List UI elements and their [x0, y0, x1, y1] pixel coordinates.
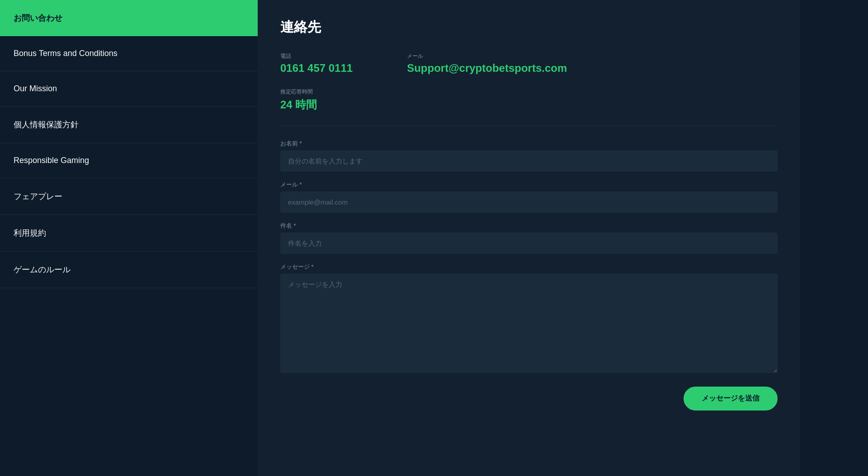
message-label: メッセージ * [280, 263, 778, 271]
phone-label: 電話 [280, 52, 353, 60]
hours-section: 推定応答時間 24 時間 [280, 88, 778, 112]
subject-label: 件名 * [280, 222, 778, 230]
subject-input[interactable] [280, 233, 778, 254]
sidebar-item-privacy-policy[interactable]: 個人情報保護方針 [0, 107, 258, 143]
email-value: Support@cryptobetsports.com [407, 62, 567, 75]
page-title: 連絡先 [280, 18, 778, 37]
sidebar-item-terms[interactable]: 利用規約 [0, 215, 258, 252]
main-content: 連絡先 電話 0161 457 0111 メール Support@cryptob… [258, 0, 800, 476]
subject-field-group: 件名 * [280, 222, 778, 254]
phone-value: 0161 457 0111 [280, 62, 353, 75]
email-field-group: メール * [280, 181, 778, 213]
message-field-group: メッセージ * [280, 263, 778, 373]
sidebar-item-responsible-gaming[interactable]: Responsible Gaming [0, 143, 258, 178]
sidebar-item-game-rules[interactable]: ゲームのルール [0, 252, 258, 288]
sidebar-item-fair-play[interactable]: フェアプレー [0, 178, 258, 215]
submit-button[interactable]: メッセージを送信 [684, 387, 778, 411]
hours-label: 推定応答時間 [280, 88, 778, 96]
email-form-label: メール * [280, 181, 778, 189]
email-input[interactable] [280, 191, 778, 213]
divider [280, 126, 778, 126]
message-textarea[interactable] [280, 274, 778, 373]
phone-block: 電話 0161 457 0111 [280, 52, 353, 75]
sidebar: お問い合わせ Bonus Terms and Conditions Our Mi… [0, 0, 258, 476]
sidebar-item-our-mission[interactable]: Our Mission [0, 71, 258, 107]
hours-value: 24 時間 [280, 98, 778, 112]
name-input[interactable] [280, 150, 778, 172]
name-field-group: お名前 * [280, 140, 778, 172]
sidebar-item-contact[interactable]: お問い合わせ [0, 0, 258, 36]
right-margin [800, 0, 868, 476]
submit-section: メッセージを送信 [280, 387, 778, 411]
contact-form: お名前 * メール * 件名 * メッセージ * メッセージを送信 [280, 140, 778, 411]
contact-info: 電話 0161 457 0111 メール Support@cryptobetsp… [280, 52, 778, 75]
email-label: メール [407, 52, 567, 60]
name-label: お名前 * [280, 140, 778, 148]
sidebar-item-bonus-terms[interactable]: Bonus Terms and Conditions [0, 36, 258, 71]
email-block: メール Support@cryptobetsports.com [407, 52, 567, 75]
